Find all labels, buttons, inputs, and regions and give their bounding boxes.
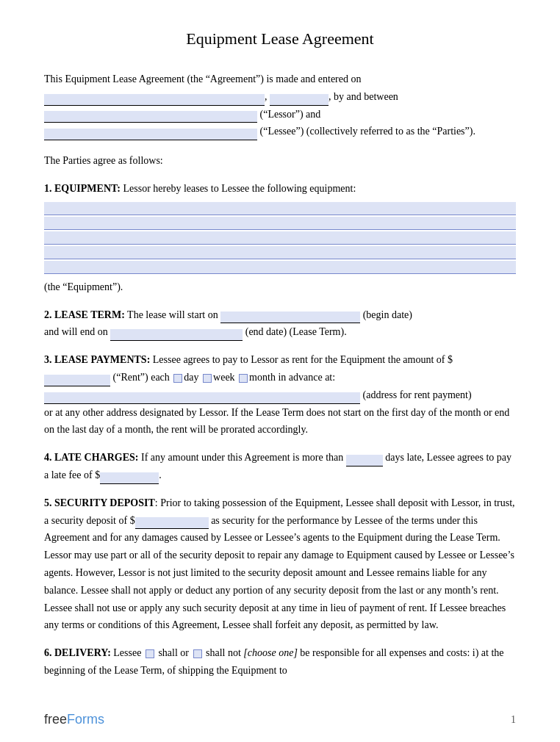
begin-date-field[interactable] xyxy=(220,311,360,323)
section-2: 2. LEASE TERM: The lease will start on (… xyxy=(44,306,516,342)
s2-label: 2. LEASE TERM: xyxy=(44,309,125,320)
equipment-field-2[interactable] xyxy=(44,217,516,230)
intro-line2-suffix: , by and between xyxy=(329,91,398,102)
s2-text: The lease will start on xyxy=(125,309,218,320)
s4-text: If any amount under this Agreement is mo… xyxy=(138,452,343,463)
s4-end: . xyxy=(159,469,162,480)
equipment-field-5[interactable] xyxy=(44,261,516,274)
rent-address-field[interactable] xyxy=(44,392,360,404)
s6-or: or xyxy=(180,647,189,658)
brand-forms: Forms xyxy=(67,712,104,727)
s1-footer: (the “Equipment”). xyxy=(44,281,123,292)
intro-block: This Equipment Lease Agreement (the “Agr… xyxy=(44,71,516,140)
s3-day: day xyxy=(184,372,198,383)
equipment-field-4[interactable] xyxy=(44,246,516,259)
shallnot-checkbox[interactable] xyxy=(193,649,202,658)
page-title: Equipment Lease Agreement xyxy=(44,29,516,48)
equipment-field-1[interactable] xyxy=(44,202,516,215)
date-field[interactable] xyxy=(44,94,265,106)
end-date-field[interactable] xyxy=(110,329,243,341)
rent-amount-field[interactable] xyxy=(44,375,110,386)
s6-text: Lessee xyxy=(111,647,142,658)
month-checkbox[interactable] xyxy=(239,374,248,383)
late-fee-field[interactable] xyxy=(100,472,159,484)
s2-begin: (begin date) xyxy=(363,309,412,320)
lessor-label: (“Lessor”) and xyxy=(260,109,321,120)
s6-italic: [choose one] xyxy=(243,647,298,658)
brand-logo: freeForms xyxy=(44,712,104,727)
lessor-name-field[interactable] xyxy=(44,111,257,123)
security-deposit-field[interactable] xyxy=(135,517,209,529)
equipment-field-3[interactable] xyxy=(44,231,516,245)
s3-text: Lessee agrees to pay to Lessor as rent f… xyxy=(150,354,453,365)
day-checkbox[interactable] xyxy=(173,374,182,383)
section-5: 5. SECURITY DEPOSIT: Prior to taking pos… xyxy=(44,494,516,634)
lessee-name-field[interactable] xyxy=(44,129,257,140)
s3-label: 3. LEASE PAYMENTS: xyxy=(44,354,150,365)
section-1: 1. EQUIPMENT: Lessor hereby leases to Le… xyxy=(44,180,516,296)
s5-label: 5. SECURITY DEPOSIT xyxy=(44,497,155,508)
s2-mid: and will end on xyxy=(44,326,108,337)
s3-rent: (“Rent”) each xyxy=(113,372,170,383)
s1-label: 1. EQUIPMENT: xyxy=(44,183,121,194)
footer: freeForms 1 xyxy=(0,712,560,727)
intro-line1: This Equipment Lease Agreement (the “Agr… xyxy=(44,73,362,84)
section-4: 4. LATE CHARGES: If any amount under thi… xyxy=(44,449,516,484)
lessee-suffix: (“Lessee”) (collectively referred to as … xyxy=(260,126,475,137)
s3-address-suffix: (address for rent payment) xyxy=(363,389,472,400)
s6-label: 6. DELIVERY: xyxy=(44,647,111,658)
s3-month: month xyxy=(249,372,276,383)
section-6: 6. DELIVERY: Lessee shall or shall not [… xyxy=(44,644,516,680)
s6-shallnot: shall not xyxy=(206,647,241,658)
brand-free: free xyxy=(44,712,67,727)
s2-end: (end date) (Lease Term). xyxy=(245,326,347,337)
s3-extra: or at any other address designated by Le… xyxy=(44,407,509,436)
s6-shall: shall xyxy=(158,647,177,658)
page-number: 1 xyxy=(511,714,516,726)
s1-text: Lessor hereby leases to Lessee the follo… xyxy=(121,183,356,194)
s3-advance: in advance at: xyxy=(278,372,335,383)
week-checkbox[interactable] xyxy=(203,374,212,383)
equipment-fields xyxy=(44,202,516,274)
comma: , xyxy=(265,91,270,102)
parties-agree-section: The Parties agree as follows: xyxy=(44,152,516,170)
shall-checkbox[interactable] xyxy=(146,649,154,658)
parties-agree-text: The Parties agree as follows: xyxy=(44,155,163,166)
section-3: 3. LEASE PAYMENTS: Lessee agrees to pay … xyxy=(44,351,516,439)
days-late-field[interactable] xyxy=(346,455,383,467)
s5-mid: as security for the performance by Lesse… xyxy=(44,515,514,631)
year-field[interactable] xyxy=(270,94,329,106)
s3-week: week xyxy=(213,372,235,383)
s4-label: 4. LATE CHARGES: xyxy=(44,452,138,463)
page: Equipment Lease Agreement This Equipment… xyxy=(0,0,560,742)
